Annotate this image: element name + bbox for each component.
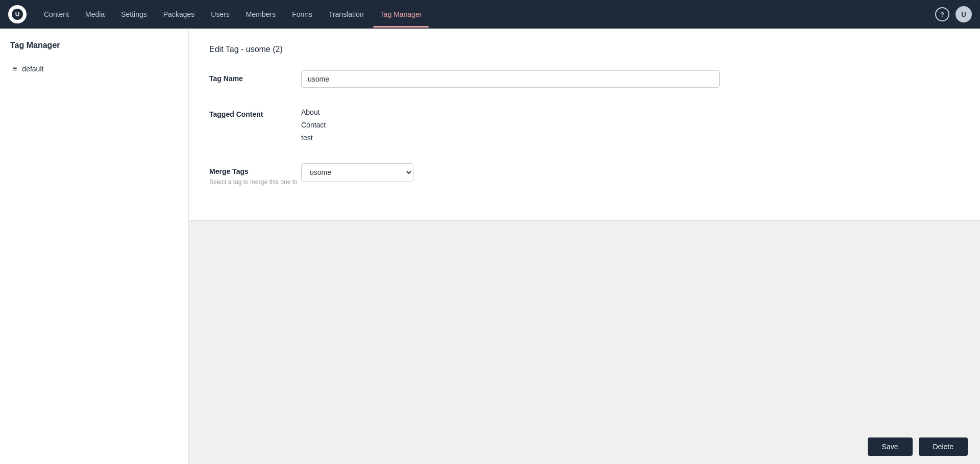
top-navigation: U Content Media Settings Packages Users … xyxy=(0,0,980,29)
merge-tags-field: usome xyxy=(301,163,960,182)
tag-name-field xyxy=(301,70,960,88)
nav-item-translation[interactable]: Translation xyxy=(322,6,371,22)
list-item: About xyxy=(301,106,960,119)
logo-icon: U xyxy=(12,9,23,20)
tag-name-row: Tag Name xyxy=(209,70,960,88)
list-item: test xyxy=(301,132,960,144)
nav-item-packages[interactable]: Packages xyxy=(156,6,202,22)
sidebar-item-default[interactable]: ≡ default xyxy=(10,60,178,78)
save-button[interactable]: Save xyxy=(868,437,913,456)
nav-items: Content Media Settings Packages Users Me… xyxy=(37,6,935,22)
nav-item-media[interactable]: Media xyxy=(78,6,112,22)
merge-tags-sublabel: Select a tag to merge this one to xyxy=(209,178,301,186)
merge-tags-row: Merge Tags Select a tag to merge this on… xyxy=(209,163,960,186)
tagged-content-field: About Contact test xyxy=(301,106,960,145)
edit-card: Edit Tag - usome (2) Tag Name Tagged Con… xyxy=(189,29,980,221)
list-item: Contact xyxy=(301,119,960,132)
logo[interactable]: U xyxy=(8,5,27,23)
nav-item-users[interactable]: Users xyxy=(204,6,237,22)
tagged-content-row: Tagged Content About Contact test xyxy=(209,106,960,145)
nav-item-tag-manager[interactable]: Tag Manager xyxy=(373,6,429,22)
layout: Tag Manager ≡ default Edit Tag - usome (… xyxy=(0,29,980,464)
merge-tags-select[interactable]: usome xyxy=(301,163,413,182)
merge-tags-label: Merge Tags xyxy=(209,167,301,175)
tag-name-label: Tag Name xyxy=(209,70,301,83)
footer: Save Delete xyxy=(189,429,980,464)
tagged-content-list: About Contact test xyxy=(301,106,960,145)
list-icon: ≡ xyxy=(12,64,17,73)
nav-item-settings[interactable]: Settings xyxy=(114,6,154,22)
avatar[interactable]: U xyxy=(955,6,972,22)
content-area: Edit Tag - usome (2) Tag Name Tagged Con… xyxy=(189,29,980,464)
nav-right: ? U xyxy=(935,6,972,22)
sidebar-item-label: default xyxy=(22,65,43,73)
help-button[interactable]: ? xyxy=(935,7,949,21)
merge-tags-label-group: Merge Tags Select a tag to merge this on… xyxy=(209,163,301,186)
tag-name-input[interactable] xyxy=(301,70,720,88)
nav-item-forms[interactable]: Forms xyxy=(285,6,320,22)
delete-button[interactable]: Delete xyxy=(919,437,968,456)
nav-item-content[interactable]: Content xyxy=(37,6,76,22)
sidebar: Tag Manager ≡ default xyxy=(0,29,189,464)
main-content: Edit Tag - usome (2) Tag Name Tagged Con… xyxy=(189,29,980,464)
edit-title: Edit Tag - usome (2) xyxy=(209,45,960,54)
tagged-content-label: Tagged Content xyxy=(209,106,301,118)
sidebar-title: Tag Manager xyxy=(10,41,178,50)
nav-item-members[interactable]: Members xyxy=(239,6,283,22)
